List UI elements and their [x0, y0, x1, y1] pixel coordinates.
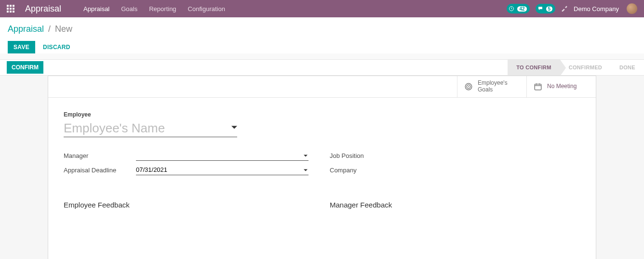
- top-menu: Appraisal Goals Reporting Configuration: [79, 1, 230, 16]
- form-sheet: Employee's Goals No Meeting Employee: [48, 76, 596, 259]
- manager-field[interactable]: [136, 150, 309, 161]
- stat-meeting-text: No Meeting: [547, 83, 577, 90]
- manager-input[interactable]: [136, 152, 309, 159]
- dropdown-icon[interactable]: [304, 167, 308, 174]
- manager-feedback-heading: Manager Feedback: [330, 201, 575, 209]
- employee-feedback-heading: Employee Feedback: [64, 201, 309, 209]
- stage-to-confirm[interactable]: TO CONFIRM: [508, 60, 560, 75]
- dropdown-icon[interactable]: [231, 125, 237, 132]
- discard-button[interactable]: DISCARD: [40, 43, 73, 51]
- employee-field[interactable]: [64, 121, 237, 137]
- stat-employees-goals[interactable]: Employee's Goals: [457, 76, 526, 97]
- employee-label: Employee: [64, 111, 580, 118]
- clock-icon: [509, 6, 514, 12]
- save-button[interactable]: SAVE: [8, 41, 35, 53]
- company-label: Company: [330, 167, 402, 174]
- calendar-icon: [534, 82, 542, 91]
- devtools-icon[interactable]: [561, 5, 568, 13]
- confirm-button[interactable]: CONFIRM: [7, 61, 43, 74]
- target-icon: [464, 82, 473, 91]
- chat-icon: [537, 6, 543, 12]
- messages-indicator[interactable]: 5: [536, 4, 556, 13]
- activity-indicator[interactable]: 42: [507, 4, 529, 13]
- stat-goals-line1: Employee's: [478, 80, 508, 87]
- app-brand: Appraisal: [25, 4, 61, 14]
- stage-done[interactable]: DONE: [611, 60, 644, 75]
- breadcrumb-sep: /: [48, 24, 51, 34]
- stage-confirmed[interactable]: CONFIRMED: [560, 60, 611, 75]
- deadline-field[interactable]: [136, 165, 309, 175]
- menu-reporting[interactable]: Reporting: [144, 1, 181, 16]
- stat-goals-line2: Goals: [478, 87, 508, 93]
- deadline-input[interactable]: [136, 166, 309, 173]
- svg-rect-4: [535, 84, 541, 90]
- breadcrumb-root[interactable]: Appraisal: [8, 24, 44, 34]
- menu-goals[interactable]: Goals: [116, 1, 142, 16]
- breadcrumb-current: New: [55, 24, 72, 34]
- stat-meeting[interactable]: No Meeting: [526, 76, 596, 97]
- manager-label: Manager: [64, 152, 136, 159]
- menu-configuration[interactable]: Configuration: [183, 1, 230, 16]
- deadline-label: Appraisal Deadline: [64, 167, 136, 174]
- status-stages: TO CONFIRM CONFIRMED DONE: [508, 60, 644, 75]
- svg-point-3: [468, 86, 469, 87]
- messages-count: 5: [546, 6, 553, 12]
- company-name[interactable]: Demo Company: [574, 5, 619, 13]
- employee-input[interactable]: [64, 121, 228, 136]
- activity-count: 42: [517, 6, 526, 12]
- apps-icon[interactable]: [7, 5, 14, 13]
- jobposition-label: Job Position: [330, 152, 402, 159]
- dropdown-icon[interactable]: [304, 152, 308, 159]
- menu-appraisal[interactable]: Appraisal: [79, 1, 114, 16]
- breadcrumb: Appraisal / New: [8, 24, 636, 34]
- user-avatar[interactable]: [627, 3, 637, 14]
